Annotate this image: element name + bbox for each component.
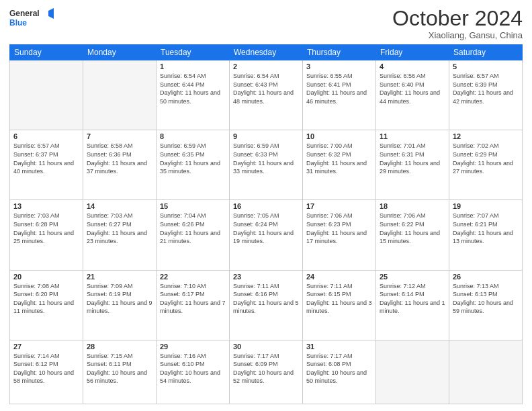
day-number: 8 [160,132,226,140]
calendar-cell: 18Sunrise: 7:06 AMSunset: 6:22 PMDayligh… [376,200,449,270]
svg-marker-2 [48,8,54,19]
calendar-cell: 6Sunrise: 6:57 AMSunset: 6:37 PMDaylight… [10,130,83,200]
week-row-4: 20Sunrise: 7:08 AMSunset: 6:20 PMDayligh… [10,270,523,340]
cell-content: Sunrise: 6:57 AMSunset: 6:39 PMDaylight:… [453,72,519,105]
cell-content: Sunrise: 7:11 AMSunset: 6:15 PMDaylight:… [306,282,372,316]
calendar-cell: 12Sunrise: 7:02 AMSunset: 6:29 PMDayligh… [449,130,523,200]
cell-content: Sunrise: 7:12 AMSunset: 6:14 PMDaylight:… [380,282,445,316]
cell-content: Sunrise: 7:14 AMSunset: 6:12 PMDaylight:… [13,352,79,385]
week-row-1: 1Sunrise: 6:54 AMSunset: 6:44 PMDaylight… [10,60,523,130]
calendar-cell: 26Sunrise: 7:13 AMSunset: 6:13 PMDayligh… [449,270,523,340]
day-number: 21 [87,273,152,281]
day-number: 4 [380,62,445,71]
day-number: 19 [453,202,519,210]
day-number: 7 [87,132,152,140]
day-number: 27 [13,342,79,351]
calendar-cell: 5Sunrise: 6:57 AMSunset: 6:39 PMDaylight… [449,60,523,130]
day-header-tuesday: Tuesday [157,45,230,60]
cell-content: Sunrise: 6:54 AMSunset: 6:44 PMDaylight:… [160,72,226,105]
cell-content: Sunrise: 7:03 AMSunset: 6:28 PMDaylight:… [13,212,79,245]
calendar-cell: 7Sunrise: 6:58 AMSunset: 6:36 PMDaylight… [83,130,157,200]
cell-content: Sunrise: 7:16 AMSunset: 6:10 PMDaylight:… [160,352,226,385]
calendar-cell: 2Sunrise: 6:54 AMSunset: 6:43 PMDaylight… [230,60,303,130]
day-number: 15 [160,202,226,210]
day-number: 9 [233,132,299,140]
cell-content: Sunrise: 7:07 AMSunset: 6:21 PMDaylight:… [453,212,519,245]
cell-content: Sunrise: 7:11 AMSunset: 6:16 PMDaylight:… [233,282,299,316]
day-number: 12 [453,132,519,140]
day-number: 25 [380,273,445,281]
svg-text:General: General [9,9,40,18]
day-header-monday: Monday [83,45,157,60]
logo-svg: General Blue [9,7,56,31]
calendar-cell: 16Sunrise: 7:05 AMSunset: 6:24 PMDayligh… [230,200,303,270]
day-number: 1 [160,62,226,71]
week-row-5: 27Sunrise: 7:14 AMSunset: 6:12 PMDayligh… [10,340,523,404]
day-header-sunday: Sunday [10,45,83,60]
calendar-cell: 21Sunrise: 7:09 AMSunset: 6:19 PMDayligh… [83,270,157,340]
calendar-cell: 20Sunrise: 7:08 AMSunset: 6:20 PMDayligh… [10,270,83,340]
day-number: 13 [13,202,79,210]
calendar-cell: 30Sunrise: 7:17 AMSunset: 6:09 PMDayligh… [230,340,303,404]
week-row-3: 13Sunrise: 7:03 AMSunset: 6:28 PMDayligh… [10,200,523,270]
day-number: 30 [233,342,299,351]
cell-content: Sunrise: 6:54 AMSunset: 6:43 PMDaylight:… [233,72,299,105]
svg-text:Blue: Blue [9,18,27,28]
calendar-cell: 19Sunrise: 7:07 AMSunset: 6:21 PMDayligh… [449,200,523,270]
cell-content: Sunrise: 7:01 AMSunset: 6:31 PMDaylight:… [380,142,445,175]
cell-content: Sunrise: 6:59 AMSunset: 6:35 PMDaylight:… [160,142,226,175]
cell-content: Sunrise: 7:06 AMSunset: 6:23 PMDaylight:… [306,212,372,245]
calendar-cell: 8Sunrise: 6:59 AMSunset: 6:35 PMDaylight… [157,130,230,200]
calendar-cell: 15Sunrise: 7:04 AMSunset: 6:26 PMDayligh… [157,200,230,270]
calendar-cell: 22Sunrise: 7:10 AMSunset: 6:17 PMDayligh… [157,270,230,340]
calendar-cell [449,340,523,404]
calendar: SundayMondayTuesdayWednesdayThursdayFrid… [9,44,523,404]
day-number: 28 [87,342,152,351]
calendar-cell: 31Sunrise: 7:17 AMSunset: 6:08 PMDayligh… [303,340,376,404]
cell-content: Sunrise: 7:03 AMSunset: 6:27 PMDaylight:… [87,212,152,245]
day-number: 20 [13,273,79,281]
cell-content: Sunrise: 7:00 AMSunset: 6:32 PMDaylight:… [306,142,372,175]
calendar-cell: 3Sunrise: 6:55 AMSunset: 6:41 PMDaylight… [303,60,376,130]
cell-content: Sunrise: 6:58 AMSunset: 6:36 PMDaylight:… [87,142,152,175]
day-number: 24 [306,273,372,281]
day-number: 10 [306,132,372,140]
cell-content: Sunrise: 7:05 AMSunset: 6:24 PMDaylight:… [233,212,299,245]
day-header-thursday: Thursday [303,45,376,60]
calendar-cell: 4Sunrise: 6:56 AMSunset: 6:40 PMDaylight… [376,60,449,130]
calendar-cell [376,340,449,404]
calendar-cell: 23Sunrise: 7:11 AMSunset: 6:16 PMDayligh… [230,270,303,340]
day-header-wednesday: Wednesday [230,45,303,60]
cell-content: Sunrise: 7:02 AMSunset: 6:29 PMDaylight:… [453,142,519,175]
month-title: October 2024 [392,7,523,30]
calendar-cell [83,60,157,130]
cell-content: Sunrise: 7:08 AMSunset: 6:20 PMDaylight:… [13,282,79,316]
day-header-row: SundayMondayTuesdayWednesdayThursdayFrid… [10,45,523,60]
location: Xiaoliang, Gansu, China [392,30,523,40]
day-number: 16 [233,202,299,210]
day-number: 2 [233,62,299,71]
day-number: 29 [160,342,226,351]
calendar-cell: 13Sunrise: 7:03 AMSunset: 6:28 PMDayligh… [10,200,83,270]
page: General Blue October 2024 Xiaoliang, Gan… [0,0,532,411]
cell-content: Sunrise: 7:17 AMSunset: 6:08 PMDaylight:… [306,352,372,385]
day-header-saturday: Saturday [449,45,523,60]
calendar-cell: 17Sunrise: 7:06 AMSunset: 6:23 PMDayligh… [303,200,376,270]
calendar-cell: 29Sunrise: 7:16 AMSunset: 6:10 PMDayligh… [157,340,230,404]
day-number: 23 [233,273,299,281]
day-number: 11 [380,132,445,140]
calendar-cell: 9Sunrise: 6:59 AMSunset: 6:33 PMDaylight… [230,130,303,200]
week-row-2: 6Sunrise: 6:57 AMSunset: 6:37 PMDaylight… [10,130,523,200]
cell-content: Sunrise: 6:56 AMSunset: 6:40 PMDaylight:… [380,72,445,105]
cell-content: Sunrise: 7:10 AMSunset: 6:17 PMDaylight:… [160,282,226,316]
calendar-cell: 11Sunrise: 7:01 AMSunset: 6:31 PMDayligh… [376,130,449,200]
cell-content: Sunrise: 6:55 AMSunset: 6:41 PMDaylight:… [306,72,372,105]
day-number: 3 [306,62,372,71]
cell-content: Sunrise: 7:15 AMSunset: 6:11 PMDaylight:… [87,352,152,385]
day-number: 22 [160,273,226,281]
day-number: 31 [306,342,372,351]
calendar-cell: 14Sunrise: 7:03 AMSunset: 6:27 PMDayligh… [83,200,157,270]
cell-content: Sunrise: 7:09 AMSunset: 6:19 PMDaylight:… [87,282,152,316]
calendar-cell: 10Sunrise: 7:00 AMSunset: 6:32 PMDayligh… [303,130,376,200]
day-number: 6 [13,132,79,140]
